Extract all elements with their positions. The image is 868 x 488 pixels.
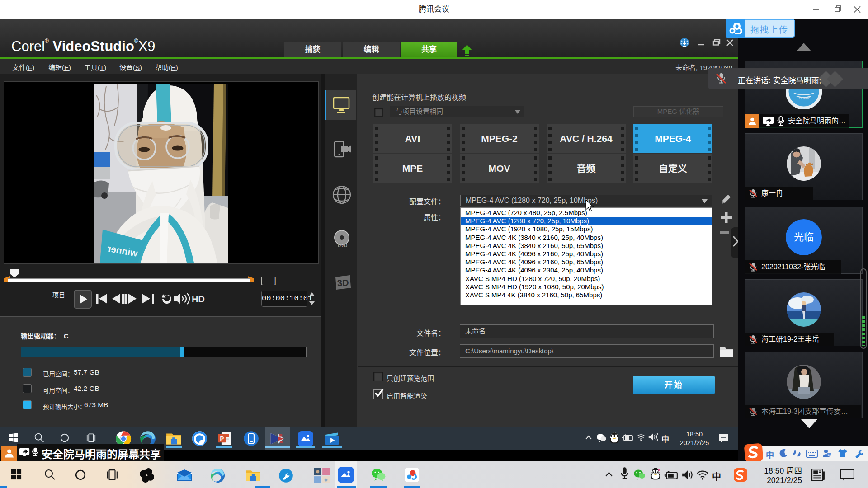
svg-text:HD: HD bbox=[192, 294, 205, 304]
svg-text:3D: 3D bbox=[337, 277, 349, 288]
svg-text:DVD: DVD bbox=[338, 243, 347, 248]
svg-text:P: P bbox=[220, 435, 224, 442]
svg-text:10: 10 bbox=[828, 453, 831, 456]
svg-text:COEDC: COEDC bbox=[799, 97, 810, 100]
